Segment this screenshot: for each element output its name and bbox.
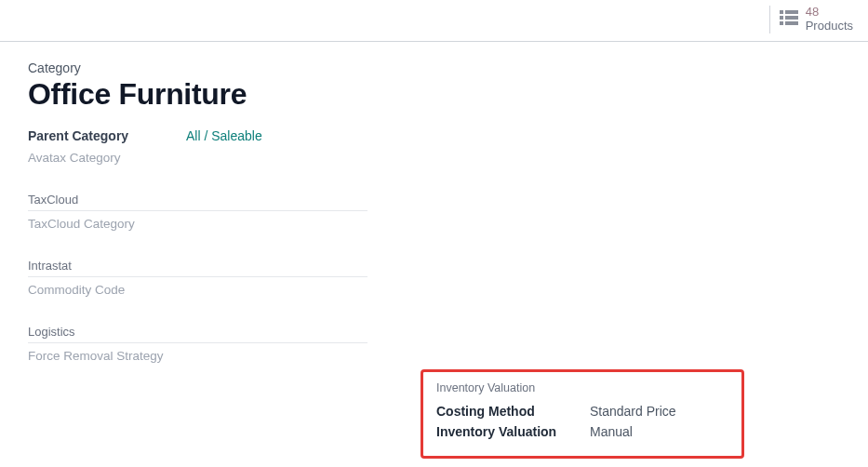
costing-method-label: Costing Method (436, 404, 590, 419)
intrastat-section-header: Intrastat (28, 259, 367, 277)
main-content: Category Office Furniture Parent Categor… (0, 42, 868, 389)
logistics-section-header: Logistics (28, 325, 367, 343)
commodity-code-label[interactable]: Commodity Code (28, 279, 186, 300)
products-count: 48 (806, 6, 853, 20)
parent-category-row: Parent Category All / Saleable (28, 128, 842, 143)
inventory-valuation-label: Inventory Valuation (436, 424, 590, 439)
divider (769, 6, 770, 33)
category-label: Category (28, 60, 842, 75)
taxcloud-category-row: TaxCloud Category (28, 213, 842, 234)
force-removal-label[interactable]: Force Removal Strategy (28, 345, 186, 367)
svg-rect-2 (780, 16, 783, 20)
inventory-valuation-header: Inventory Valuation (436, 381, 728, 394)
svg-rect-0 (780, 10, 783, 14)
avatax-category-row: Avatax Category (28, 147, 842, 168)
force-removal-row: Force Removal Strategy (28, 345, 842, 367)
avatax-category-label[interactable]: Avatax Category (28, 147, 186, 168)
svg-rect-4 (780, 21, 783, 25)
costing-method-value[interactable]: Standard Price (590, 404, 676, 419)
commodity-code-row: Commodity Code (28, 279, 842, 300)
top-bar: 48 Products (0, 0, 868, 42)
svg-rect-1 (785, 10, 798, 14)
page-title: Office Furniture (28, 77, 842, 112)
inventory-valuation-value[interactable]: Manual (590, 424, 633, 439)
products-label: Products (806, 20, 853, 33)
svg-rect-5 (785, 21, 798, 25)
parent-category-link[interactable]: All / Saleable (186, 128, 262, 143)
svg-rect-3 (785, 16, 798, 20)
stat-text: 48 Products (806, 6, 853, 33)
products-stat-button[interactable]: 48 Products (780, 6, 853, 33)
inventory-valuation-box: Inventory Valuation Costing Method Stand… (421, 369, 744, 459)
taxcloud-section-header: TaxCloud (28, 193, 367, 211)
taxcloud-category-label[interactable]: TaxCloud Category (28, 213, 186, 234)
parent-category-label: Parent Category (28, 128, 186, 143)
costing-method-row: Costing Method Standard Price (436, 404, 728, 419)
list-icon (780, 9, 798, 30)
inventory-valuation-row: Inventory Valuation Manual (436, 424, 728, 439)
